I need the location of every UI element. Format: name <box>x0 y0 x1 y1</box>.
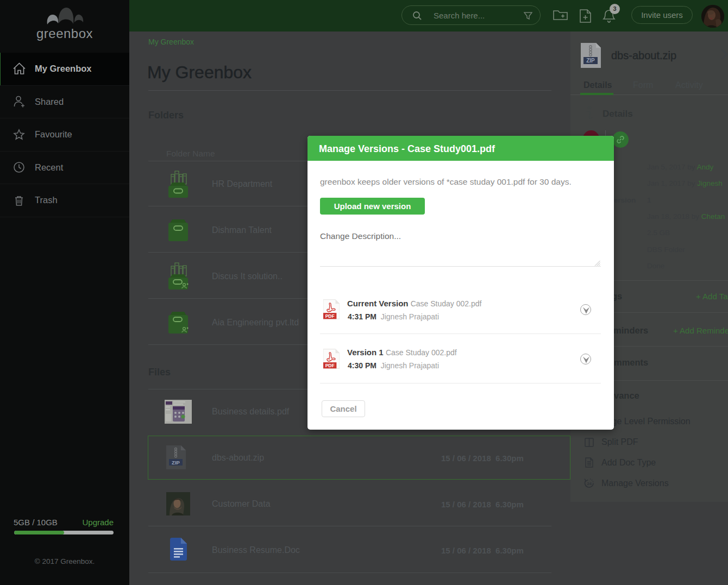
svg-text:PDF: PDF <box>325 313 335 319</box>
svg-text:ZIP: ZIP <box>586 58 595 64</box>
svg-text:PDF: PDF <box>325 363 335 368</box>
svg-text:ZIP: ZIP <box>172 460 180 466</box>
svg-text:24: 24 <box>587 481 592 486</box>
